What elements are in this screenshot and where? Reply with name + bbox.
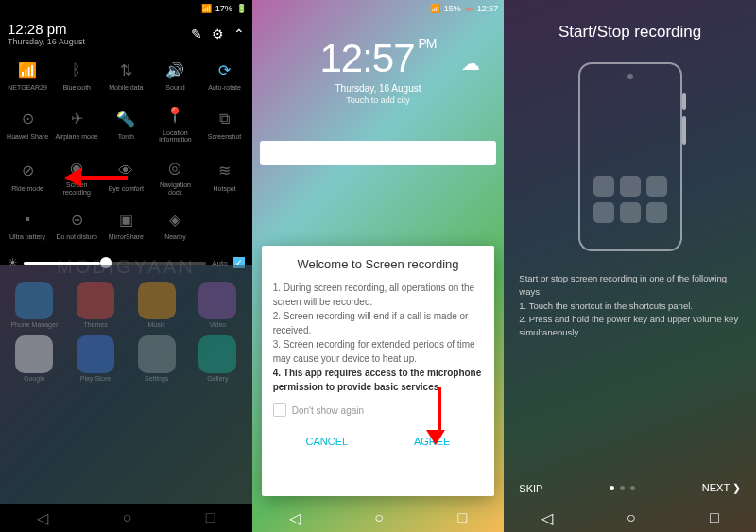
navigation-bar: ◁ ○ □ (0, 504, 252, 532)
power-button-illustration (682, 116, 686, 145)
status-bar: 📶 17% 🔋 (0, 0, 252, 17)
back-icon[interactable]: ◁ (289, 509, 301, 527)
page-indicator (610, 486, 635, 490)
tutorial-arrow-down-icon (434, 387, 445, 445)
dnd-icon: ⊝ (66, 209, 87, 230)
qs-tile-ride[interactable]: ⊘Ride mode (4, 151, 51, 201)
tutorial-title: Start/Stop recording (504, 0, 756, 55)
dont-show-label: Don't show again (292, 405, 364, 416)
dialog-line-3: 3. Screen recording for extended periods… (273, 337, 484, 366)
qs-tile-bluetooth[interactable]: ᛒBluetooth (53, 54, 100, 97)
clock-pm: PM (419, 36, 437, 51)
qs-tile-battery[interactable]: ▪Ultra battery (4, 203, 51, 247)
qs-tile-torch[interactable]: 🔦Torch (102, 99, 149, 149)
back-icon[interactable]: ◁ (37, 509, 48, 527)
tutorial-footer: SKIP NEXT ❯ (504, 482, 756, 494)
rotate-icon: ⟳ (215, 60, 235, 80)
dialog-line-4: 4. This app requires access to the micro… (273, 366, 484, 394)
qs-tile-mirror[interactable]: ▣MirrorShare (102, 203, 149, 247)
bluetooth-icon: ᛒ (66, 60, 87, 80)
battery-icon: ▪ (17, 209, 38, 230)
app-icon[interactable]: Music (129, 282, 183, 328)
app-icon[interactable]: Phone Manager (8, 282, 61, 328)
app-icon[interactable]: Google (8, 335, 61, 382)
clock-date: Thursday, 16 August (252, 83, 505, 94)
navdock-icon: ◎ (164, 157, 185, 178)
tutorial-arrow-line (80, 176, 128, 180)
screen-recording-dialog: Welcome to Screen recording 1. During sc… (262, 246, 495, 496)
tutorial-arrow-icon (64, 168, 81, 187)
edit-icon[interactable]: ✎ (191, 26, 202, 42)
quick-settings-grid: 📶NETGEAR29ᛒBluetooth⇅Mobile data🔊Sound⟳A… (0, 50, 252, 250)
next-button[interactable]: NEXT ❯ (702, 482, 741, 494)
home-icon[interactable]: ○ (374, 509, 384, 526)
nearby-icon: ◈ (164, 209, 185, 230)
qs-tile-hotspot[interactable]: ≋Hotspot (201, 151, 249, 201)
chevron-up-icon[interactable]: ⌃ (233, 26, 245, 42)
qs-label: Bluetooth (62, 84, 91, 92)
screenshot-icon: ⧉ (215, 109, 235, 129)
google-search-bar[interactable] (260, 141, 497, 165)
home-icon[interactable]: ○ (627, 509, 636, 526)
recent-icon[interactable]: □ (457, 509, 467, 526)
qs-label: Eye comfort (109, 185, 144, 193)
header-time: 12:28 pm (8, 21, 85, 37)
qs-label: Do not disturb (56, 233, 97, 241)
qs-tile-rotate[interactable]: ⟳Auto-rotate (201, 54, 249, 97)
dialog-title: Welcome to Screen recording (273, 257, 484, 271)
dialog-line-2: 2. Screen recording will end if a call i… (273, 309, 484, 337)
battery-percent: 15% (444, 4, 461, 13)
tutorial-step-1: 1. Touch the shortcut in the shortcuts p… (519, 300, 741, 313)
app-icon[interactable]: Video (191, 282, 245, 328)
cancel-button[interactable]: CANCEL (287, 430, 368, 453)
qs-label: Torch (118, 133, 134, 141)
qs-label: Screenshot (208, 133, 241, 141)
wifi-icon: 📶 (430, 4, 440, 13)
qs-label: Huawei Share (7, 133, 48, 141)
qs-tile-share[interactable]: ⊙Huawei Share (4, 99, 51, 149)
qs-tile-data[interactable]: ⇅Mobile data (102, 54, 149, 97)
app-icon[interactable]: Gallery (191, 335, 245, 382)
checkbox-icon[interactable] (273, 403, 286, 417)
qs-tile-screenshot[interactable]: ⧉Screenshot (201, 99, 249, 149)
qs-header: 12:28 pm Thursday, 16 August ✎ ⚙ ⌃ (0, 17, 252, 50)
qs-tile-location[interactable]: 📍Location information (151, 99, 198, 149)
qs-tile-airplane[interactable]: ✈Airplane mode (53, 99, 100, 149)
hotspot-icon: ≋ (215, 161, 235, 181)
home-app-grid: Phone ManagerThemesMusicVideoGooglePlay … (0, 274, 252, 389)
skip-button[interactable]: SKIP (519, 483, 542, 494)
qs-tile-nearby[interactable]: ◈Nearby (151, 203, 198, 247)
dialog-line-1: 1. During screen recording, all operatio… (273, 281, 484, 309)
airplane-icon: ✈ (66, 109, 87, 129)
qs-label: NETGEAR29 (8, 84, 47, 92)
lockscreen-panel: 📶 15% ▭ 12:57 12:57PM Thursday, 16 Augus… (252, 0, 505, 532)
qs-tile-dnd[interactable]: ⊝Do not disturb (53, 203, 100, 247)
mirror-icon: ▣ (115, 209, 136, 230)
ride-icon: ⊘ (17, 161, 38, 181)
share-icon: ⊙ (17, 109, 38, 129)
qs-label: Location information (153, 129, 197, 144)
clock-time: 12:57 (319, 36, 414, 80)
recent-icon[interactable]: □ (710, 509, 719, 526)
add-city-button[interactable]: Touch to add city (252, 95, 505, 105)
location-icon: 📍 (164, 105, 185, 126)
qs-label: Navigation dock (153, 181, 197, 196)
qs-tile-sound[interactable]: 🔊Sound (151, 54, 198, 97)
tutorial-panel: Start/Stop recording Start or stop scree… (504, 0, 756, 532)
qs-tile-navdock[interactable]: ◎Navigation dock (151, 151, 198, 201)
header-date: Thursday, 16 August (8, 37, 85, 46)
back-icon[interactable]: ◁ (541, 509, 553, 527)
navigation-bar: ◁ ○ □ (252, 504, 505, 532)
app-icon[interactable]: Themes (69, 282, 123, 328)
battery-icon: ▭ (465, 4, 473, 13)
weather-icon[interactable]: ☁ (461, 52, 480, 75)
dont-show-checkbox-row[interactable]: Don't show again (273, 403, 484, 417)
recent-icon[interactable]: □ (206, 509, 215, 526)
app-icon[interactable]: Settings (129, 335, 183, 382)
navigation-bar: ◁ ○ □ (504, 504, 756, 532)
gear-icon[interactable]: ⚙ (212, 26, 224, 42)
app-icon[interactable]: Play Store (69, 335, 123, 382)
home-icon[interactable]: ○ (123, 509, 132, 526)
qs-tile-wifi[interactable]: 📶NETGEAR29 (4, 54, 51, 97)
wifi-icon: 📶 (201, 4, 212, 13)
